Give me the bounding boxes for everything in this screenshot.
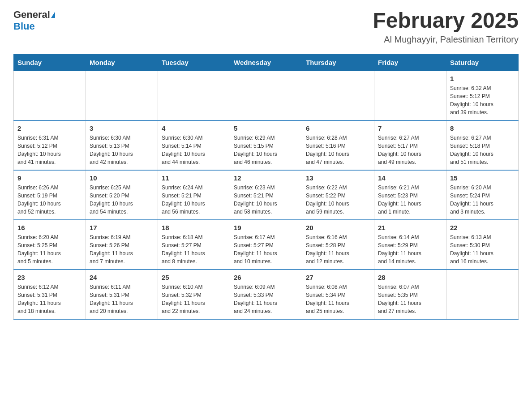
day-info: Sunrise: 6:17 AM Sunset: 5:27 PM Dayligh… (234, 233, 298, 265)
calendar-cell (446, 270, 519, 319)
calendar-cell: 14Sunrise: 6:21 AM Sunset: 5:23 PM Dayli… (374, 170, 446, 220)
calendar-cell: 16Sunrise: 6:20 AM Sunset: 5:25 PM Dayli… (14, 220, 86, 270)
logo-general: General (13, 9, 50, 20)
calendar-cell: 1Sunrise: 6:32 AM Sunset: 5:12 PM Daylig… (446, 71, 519, 120)
location-subtitle: Al Mughayyir, Palestinian Territory (373, 34, 519, 45)
day-info: Sunrise: 6:09 AM Sunset: 5:33 PM Dayligh… (234, 283, 298, 315)
weekday-header-saturday: Saturday (446, 54, 519, 71)
calendar-cell: 24Sunrise: 6:11 AM Sunset: 5:31 PM Dayli… (86, 270, 158, 319)
day-info: Sunrise: 6:32 AM Sunset: 5:12 PM Dayligh… (450, 84, 515, 116)
calendar-cell: 27Sunrise: 6:08 AM Sunset: 5:34 PM Dayli… (302, 270, 374, 319)
logo-triangle-icon (51, 12, 55, 18)
day-info: Sunrise: 6:11 AM Sunset: 5:31 PM Dayligh… (90, 283, 154, 315)
day-info: Sunrise: 6:18 AM Sunset: 5:27 PM Dayligh… (162, 233, 226, 265)
calendar-cell: 22Sunrise: 6:13 AM Sunset: 5:30 PM Dayli… (446, 220, 519, 270)
day-number: 26 (234, 274, 298, 281)
calendar-cell: 25Sunrise: 6:10 AM Sunset: 5:32 PM Dayli… (158, 270, 230, 319)
day-number: 24 (90, 274, 154, 281)
calendar-cell: 10Sunrise: 6:25 AM Sunset: 5:20 PM Dayli… (86, 170, 158, 220)
day-number: 11 (162, 174, 226, 182)
weekday-header-monday: Monday (86, 54, 158, 71)
weekday-header-row: SundayMondayTuesdayWednesdayThursdayFrid… (14, 54, 519, 71)
day-info: Sunrise: 6:27 AM Sunset: 5:18 PM Dayligh… (450, 134, 515, 166)
calendar-cell: 15Sunrise: 6:20 AM Sunset: 5:24 PM Dayli… (446, 170, 519, 220)
calendar-cell (158, 71, 230, 120)
day-info: Sunrise: 6:30 AM Sunset: 5:13 PM Dayligh… (90, 134, 154, 166)
day-number: 7 (378, 124, 442, 132)
calendar-cell: 11Sunrise: 6:24 AM Sunset: 5:21 PM Dayli… (158, 170, 230, 220)
weekday-header-sunday: Sunday (14, 54, 86, 71)
calendar-cell: 2Sunrise: 6:31 AM Sunset: 5:12 PM Daylig… (14, 120, 86, 170)
calendar-cell: 23Sunrise: 6:12 AM Sunset: 5:31 PM Dayli… (14, 270, 86, 319)
calendar-cell (302, 71, 374, 120)
calendar-cell: 18Sunrise: 6:18 AM Sunset: 5:27 PM Dayli… (158, 220, 230, 270)
day-number: 19 (234, 224, 298, 231)
day-number: 2 (17, 124, 82, 132)
day-info: Sunrise: 6:28 AM Sunset: 5:16 PM Dayligh… (306, 134, 370, 166)
day-info: Sunrise: 6:22 AM Sunset: 5:22 PM Dayligh… (306, 184, 370, 216)
calendar-cell: 8Sunrise: 6:27 AM Sunset: 5:18 PM Daylig… (446, 120, 519, 170)
day-info: Sunrise: 6:12 AM Sunset: 5:31 PM Dayligh… (17, 283, 82, 315)
calendar-cell: 26Sunrise: 6:09 AM Sunset: 5:33 PM Dayli… (230, 270, 302, 319)
day-number: 21 (378, 224, 442, 231)
calendar-body: 1Sunrise: 6:32 AM Sunset: 5:12 PM Daylig… (14, 71, 519, 319)
calendar-week-1: 1Sunrise: 6:32 AM Sunset: 5:12 PM Daylig… (14, 71, 519, 120)
day-number: 8 (450, 124, 515, 132)
day-info: Sunrise: 6:13 AM Sunset: 5:30 PM Dayligh… (450, 233, 515, 265)
day-info: Sunrise: 6:23 AM Sunset: 5:21 PM Dayligh… (234, 184, 298, 216)
calendar-cell: 7Sunrise: 6:27 AM Sunset: 5:17 PM Daylig… (374, 120, 446, 170)
day-info: Sunrise: 6:25 AM Sunset: 5:20 PM Dayligh… (90, 184, 154, 216)
calendar-cell: 12Sunrise: 6:23 AM Sunset: 5:21 PM Dayli… (230, 170, 302, 220)
day-info: Sunrise: 6:20 AM Sunset: 5:24 PM Dayligh… (450, 184, 515, 216)
day-number: 23 (17, 274, 82, 281)
day-info: Sunrise: 6:26 AM Sunset: 5:19 PM Dayligh… (17, 184, 82, 216)
calendar-cell: 6Sunrise: 6:28 AM Sunset: 5:16 PM Daylig… (302, 120, 374, 170)
calendar-cell: 28Sunrise: 6:07 AM Sunset: 5:35 PM Dayli… (374, 270, 446, 319)
day-info: Sunrise: 6:08 AM Sunset: 5:34 PM Dayligh… (306, 283, 370, 315)
calendar-cell: 3Sunrise: 6:30 AM Sunset: 5:13 PM Daylig… (86, 120, 158, 170)
logo-blue: Blue (13, 21, 35, 32)
day-number: 10 (90, 174, 154, 182)
weekday-header-tuesday: Tuesday (158, 54, 230, 71)
day-info: Sunrise: 6:07 AM Sunset: 5:35 PM Dayligh… (378, 283, 442, 315)
day-number: 12 (234, 174, 298, 182)
day-number: 15 (450, 174, 515, 182)
day-info: Sunrise: 6:14 AM Sunset: 5:29 PM Dayligh… (378, 233, 442, 265)
calendar-cell: 19Sunrise: 6:17 AM Sunset: 5:27 PM Dayli… (230, 220, 302, 270)
day-info: Sunrise: 6:20 AM Sunset: 5:25 PM Dayligh… (17, 233, 82, 265)
calendar-cell (86, 71, 158, 120)
day-number: 28 (378, 274, 442, 281)
day-number: 20 (306, 224, 370, 231)
calendar-table: SundayMondayTuesdayWednesdayThursdayFrid… (13, 54, 519, 320)
calendar-week-4: 16Sunrise: 6:20 AM Sunset: 5:25 PM Dayli… (14, 220, 519, 270)
day-number: 3 (90, 124, 154, 132)
calendar-cell (230, 71, 302, 120)
calendar-title: February 2025 (373, 9, 519, 33)
day-info: Sunrise: 6:31 AM Sunset: 5:12 PM Dayligh… (17, 134, 82, 166)
day-number: 25 (162, 274, 226, 281)
calendar-cell (374, 71, 446, 120)
day-info: Sunrise: 6:10 AM Sunset: 5:32 PM Dayligh… (162, 283, 226, 315)
day-number: 1 (450, 75, 515, 82)
calendar-cell: 4Sunrise: 6:30 AM Sunset: 5:14 PM Daylig… (158, 120, 230, 170)
day-number: 27 (306, 274, 370, 281)
day-number: 5 (234, 124, 298, 132)
weekday-header-friday: Friday (374, 54, 446, 71)
logo-text: General (13, 9, 55, 21)
day-info: Sunrise: 6:29 AM Sunset: 5:15 PM Dayligh… (234, 134, 298, 166)
weekday-header-thursday: Thursday (302, 54, 374, 71)
weekday-header-wednesday: Wednesday (230, 54, 302, 71)
calendar-cell: 17Sunrise: 6:19 AM Sunset: 5:26 PM Dayli… (86, 220, 158, 270)
day-info: Sunrise: 6:24 AM Sunset: 5:21 PM Dayligh… (162, 184, 226, 216)
day-info: Sunrise: 6:30 AM Sunset: 5:14 PM Dayligh… (162, 134, 226, 166)
calendar-cell (14, 71, 86, 120)
calendar-cell: 21Sunrise: 6:14 AM Sunset: 5:29 PM Dayli… (374, 220, 446, 270)
day-number: 16 (17, 224, 82, 231)
calendar-week-5: 23Sunrise: 6:12 AM Sunset: 5:31 PM Dayli… (14, 270, 519, 319)
day-number: 22 (450, 224, 515, 231)
calendar-cell: 9Sunrise: 6:26 AM Sunset: 5:19 PM Daylig… (14, 170, 86, 220)
calendar-header: SundayMondayTuesdayWednesdayThursdayFrid… (14, 54, 519, 71)
day-info: Sunrise: 6:21 AM Sunset: 5:23 PM Dayligh… (378, 184, 442, 216)
day-number: 13 (306, 174, 370, 182)
day-info: Sunrise: 6:19 AM Sunset: 5:26 PM Dayligh… (90, 233, 154, 265)
